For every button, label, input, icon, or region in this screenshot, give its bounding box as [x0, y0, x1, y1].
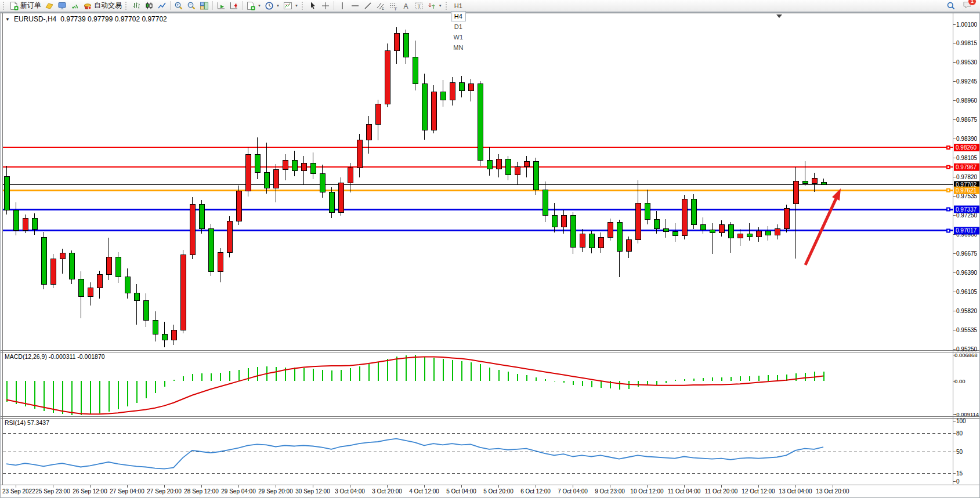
- zoom-out-button[interactable]: [185, 1, 198, 11]
- candlesticks: [4, 27, 826, 347]
- timeframe-mn[interactable]: MN: [451, 42, 466, 53]
- candle-body: [50, 259, 56, 284]
- auto-scroll-icon: [216, 1, 226, 10]
- timeframe-h1[interactable]: H1: [451, 1, 466, 11]
- candle-body: [394, 33, 399, 50]
- rsi-tick-label: 50: [956, 449, 963, 455]
- candle-body: [570, 215, 576, 247]
- candle-body: [115, 257, 121, 277]
- search-icon[interactable]: [946, 1, 956, 10]
- timeframe-h4[interactable]: H4: [451, 11, 466, 21]
- candle-body: [32, 219, 37, 229]
- macd-tick-label: 0.006868: [954, 352, 978, 358]
- signals-button[interactable]: [68, 1, 81, 11]
- chart-profiles-button[interactable]: [43, 1, 56, 11]
- timeframe-d1[interactable]: D1: [451, 21, 466, 32]
- rsi-panel: RSI(14) 57.34371008050150: [3, 418, 966, 485]
- price-tick-label: 1.00100: [956, 21, 978, 28]
- text-icon: A: [402, 1, 411, 10]
- text-button[interactable]: A: [400, 1, 413, 11]
- zoom-out-icon: [187, 1, 196, 10]
- price-tick-label: 0.96390: [956, 270, 978, 276]
- candle-body: [821, 183, 826, 185]
- template-chart-icon: [283, 1, 292, 10]
- candle-body: [617, 223, 622, 252]
- candle-body: [283, 160, 288, 169]
- timeframe-w1[interactable]: W1: [451, 32, 466, 42]
- new-order-icon: [9, 1, 19, 10]
- price-tick-label: 0.98390: [956, 136, 978, 142]
- trendline-icon: [363, 1, 373, 10]
- new-order-button[interactable]: 新订单: [8, 1, 43, 11]
- candlestick-chart-icon: [144, 1, 154, 10]
- autotrading-label: 自动交易: [94, 1, 122, 10]
- trendline-button[interactable]: [361, 1, 374, 11]
- periods-button[interactable]: ▼: [263, 1, 281, 11]
- bar-chart-button[interactable]: [130, 1, 143, 11]
- candle-body: [199, 205, 204, 229]
- time-tick-label: 12 Oct 12:00: [742, 488, 775, 495]
- candle-body: [645, 203, 650, 219]
- text-label-button[interactable]: T: [413, 1, 425, 11]
- candle-body: [682, 199, 687, 236]
- indicators-button[interactable]: ▼: [244, 1, 263, 11]
- rsi-label: RSI(14) 57.3437: [5, 419, 49, 426]
- horizontal-line-button[interactable]: [349, 1, 361, 11]
- candle-body: [589, 234, 594, 248]
- candle-body: [478, 84, 483, 161]
- chat-button[interactable]: 1: [963, 0, 972, 12]
- line-anchor-marker-center: [948, 209, 949, 210]
- candle-body: [663, 228, 668, 232]
- hline-price-tag-label: 0.97621: [956, 187, 977, 194]
- candle-body: [190, 205, 195, 255]
- time-tick-label: 29 Sep 20:00: [258, 488, 293, 495]
- time-axis[interactable]: 23 Sep 202225 Sep 23:0026 Sep 12:0027 Se…: [2, 485, 849, 495]
- equidistant-channel-icon: E: [376, 1, 385, 10]
- hline-price-tag-label: 0.97337: [956, 206, 977, 213]
- timeframe-toolbar: M1M5M15M30H1H4D1W1MN: [450, 0, 467, 53]
- fibonacci-button[interactable]: F: [387, 1, 400, 11]
- time-tick-label: 3 Oct 04:00: [335, 488, 365, 495]
- candle-body: [672, 232, 678, 236]
- vertical-line-button[interactable]: [336, 1, 349, 11]
- candle-body: [88, 288, 93, 297]
- auto-scroll-button[interactable]: [215, 1, 227, 11]
- crosshair-button[interactable]: [319, 1, 332, 11]
- tile-windows-button[interactable]: [198, 1, 211, 11]
- toolbar-separator: [334, 1, 334, 10]
- line-anchor-marker-center: [948, 230, 949, 231]
- arrows-button[interactable]: ▼: [425, 1, 444, 11]
- candle-body: [413, 57, 418, 84]
- candle-body: [607, 223, 613, 237]
- time-tick-label: 10 Oct 12:00: [630, 488, 664, 495]
- terminal-button[interactable]: [56, 1, 68, 11]
- trend-arrow-annotation[interactable]: [805, 188, 841, 265]
- chart-shift-button[interactable]: [227, 1, 240, 11]
- toolbar-right-icons: 1: [946, 0, 979, 12]
- chart-ohlc-values: 0.97739 0.97799 0.97702 0.97702: [60, 15, 167, 23]
- chart-canvas[interactable]: 1.001000.998150.995300.992450.989600.986…: [1, 13, 979, 496]
- chart-window[interactable]: ▼ EURUSD-,H4 0.97739 0.97799 0.97702 0.9…: [0, 12, 980, 498]
- notification-badge: 1: [968, 0, 977, 6]
- candle-body: [245, 154, 251, 191]
- candle-body: [700, 224, 706, 230]
- line-anchor-marker-center: [948, 190, 949, 191]
- time-tick-label: 13 Oct 20:00: [816, 488, 849, 495]
- candle-body: [765, 231, 771, 235]
- time-tick-label: 5 Oct 04:00: [446, 488, 476, 495]
- toolbar-grip: [446, 2, 449, 10]
- cursor-button[interactable]: [306, 1, 319, 11]
- one-click-dropdown-icon[interactable]: ▼: [5, 17, 10, 22]
- candle-body: [13, 210, 19, 231]
- chart-shift-marker[interactable]: [776, 14, 782, 18]
- chart-shift-icon: [229, 1, 238, 10]
- line-chart-button[interactable]: [156, 1, 168, 11]
- templates-button[interactable]: ▼: [281, 1, 300, 11]
- autotrading-button[interactable]: 自动交易: [81, 1, 124, 11]
- candle-body: [292, 160, 297, 170]
- zoom-in-button[interactable]: [172, 1, 185, 11]
- equidistant-channel-button[interactable]: E: [374, 1, 387, 11]
- candle-body: [422, 84, 427, 130]
- candlestick-chart-button[interactable]: [143, 1, 156, 11]
- candle-body: [153, 320, 158, 334]
